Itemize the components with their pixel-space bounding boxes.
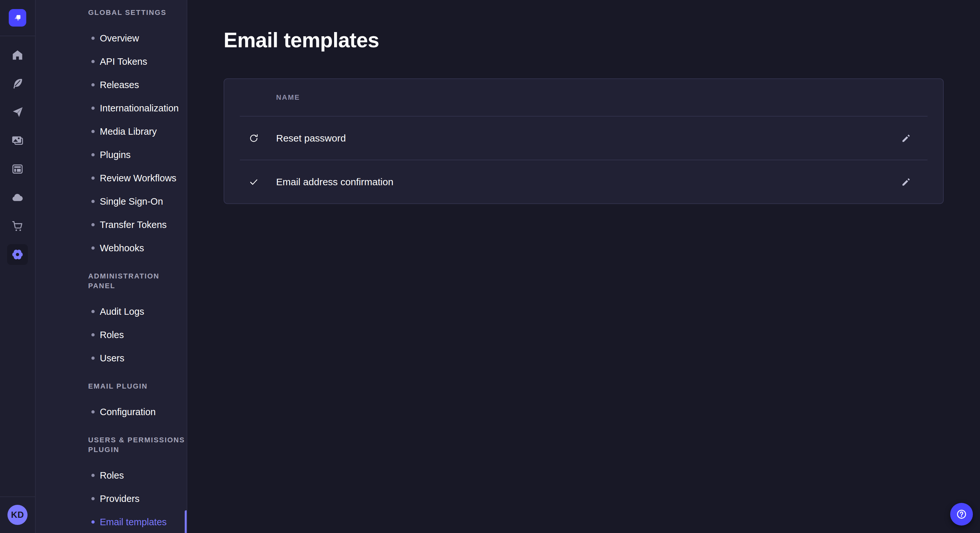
sidebar-item-label: Audit Logs bbox=[100, 306, 144, 317]
sidebar-item-label: Users bbox=[100, 353, 124, 364]
bullet-icon bbox=[91, 310, 95, 313]
sidebar-item-label: Webhooks bbox=[100, 243, 144, 254]
bullet-icon bbox=[91, 153, 95, 156]
sidebar-item-label: Plugins bbox=[100, 150, 130, 160]
feather-icon[interactable] bbox=[7, 73, 28, 94]
bullet-icon bbox=[91, 106, 95, 110]
sidebar-item-label: API Tokens bbox=[100, 56, 147, 67]
bullet-icon bbox=[91, 36, 95, 40]
bullet-icon bbox=[91, 200, 95, 203]
sidebar-item-label: Roles bbox=[100, 330, 124, 340]
sidebar-section-email-plugin: EMAIL PLUGIN Configuration bbox=[36, 381, 187, 424]
email-templates-table: NAME Reset password bbox=[224, 78, 944, 204]
sidebar-item-audit-logs[interactable]: Audit Logs bbox=[36, 300, 187, 323]
layout-icon[interactable] bbox=[7, 159, 28, 179]
bullet-icon bbox=[91, 333, 95, 336]
table-row-email-address-confirmation[interactable]: Email address confirmation bbox=[224, 160, 943, 203]
sidebar-item-transfer-tokens[interactable]: Transfer Tokens bbox=[36, 213, 187, 236]
sidebar-item-single-sign-on[interactable]: Single Sign-On bbox=[36, 190, 187, 213]
table-row-reset-password[interactable]: Reset password bbox=[224, 117, 943, 160]
section-label: GLOBAL SETTINGS bbox=[36, 8, 187, 17]
bullet-icon bbox=[91, 130, 95, 133]
home-icon[interactable] bbox=[7, 45, 28, 65]
strapi-logo-icon[interactable] bbox=[9, 9, 26, 27]
sidebar-item-label: Configuration bbox=[100, 407, 156, 417]
sidebar-item-label: Roles bbox=[100, 470, 124, 481]
sidebar-item-users[interactable]: Users bbox=[36, 346, 187, 370]
question-mark-icon bbox=[956, 508, 967, 520]
logo-container bbox=[0, 0, 35, 36]
refresh-icon bbox=[249, 133, 259, 143]
column-header-name: NAME bbox=[276, 93, 300, 102]
strapi-logo-glyph bbox=[12, 12, 23, 23]
sidebar-item-api-tokens[interactable]: API Tokens bbox=[36, 50, 187, 73]
sidebar-item-internationalization[interactable]: Internationalization bbox=[36, 97, 187, 120]
section-label: EMAIL PLUGIN bbox=[36, 381, 187, 391]
sidebar-item-label: Transfer Tokens bbox=[100, 219, 167, 230]
template-name: Email address confirmation bbox=[276, 176, 393, 187]
rail-divider-bottom bbox=[0, 497, 35, 497]
section-label: USERS & PERMISSIONS PLUGIN bbox=[36, 435, 187, 455]
pencil-icon[interactable] bbox=[896, 171, 916, 192]
gear-icon[interactable] bbox=[7, 244, 28, 265]
bullet-icon bbox=[91, 520, 95, 523]
sidebar-item-label: Review Workflows bbox=[100, 173, 176, 184]
sidebar-item-overview[interactable]: Overview bbox=[36, 27, 187, 50]
active-item-indicator bbox=[185, 510, 187, 533]
avatar[interactable]: KD bbox=[8, 505, 27, 525]
settings-sidebar: GLOBAL SETTINGS Overview API Tokens Rele… bbox=[36, 0, 187, 533]
cloud-icon[interactable] bbox=[7, 187, 28, 208]
sidebar-item-media-library[interactable]: Media Library bbox=[36, 120, 187, 143]
sidebar-section-users-permissions-plugin: USERS & PERMISSIONS PLUGIN Roles Provide… bbox=[36, 435, 187, 533]
sidebar-item-label: Internationalization bbox=[100, 103, 178, 114]
bullet-icon bbox=[91, 410, 95, 414]
bullet-icon bbox=[91, 474, 95, 477]
sidebar-item-label: Providers bbox=[100, 493, 140, 504]
sidebar-item-label: Overview bbox=[100, 33, 139, 44]
page-title: Email templates bbox=[224, 29, 944, 52]
sidebar-item-label: Media Library bbox=[100, 126, 157, 137]
sidebar-item-releases[interactable]: Releases bbox=[36, 73, 187, 97]
paper-plane-icon[interactable] bbox=[7, 102, 28, 122]
pencil-icon[interactable] bbox=[896, 128, 916, 149]
section-label: ADMINISTRATION PANEL bbox=[36, 271, 187, 291]
sidebar-item-label: Email templates bbox=[100, 517, 167, 528]
help-button[interactable] bbox=[950, 503, 973, 525]
bullet-icon bbox=[91, 357, 95, 360]
bullet-icon bbox=[91, 83, 95, 86]
sidebar-item-email-templates[interactable]: Email templates bbox=[36, 510, 187, 533]
sidebar-item-providers[interactable]: Providers bbox=[36, 487, 187, 510]
media-library-icon[interactable] bbox=[7, 130, 28, 151]
table-header-row: NAME bbox=[224, 79, 943, 116]
rail-nav-items bbox=[7, 45, 28, 265]
sidebar-item-admin-roles[interactable]: Roles bbox=[36, 323, 187, 346]
sidebar-item-up-roles[interactable]: Roles bbox=[36, 464, 187, 487]
sidebar-item-label: Releases bbox=[100, 80, 139, 90]
sidebar-item-plugins[interactable]: Plugins bbox=[36, 143, 187, 167]
bullet-icon bbox=[91, 497, 95, 500]
template-name: Reset password bbox=[276, 133, 346, 144]
sidebar-section-administration-panel: ADMINISTRATION PANEL Audit Logs Roles Us… bbox=[36, 271, 187, 370]
bullet-icon bbox=[91, 176, 95, 180]
sidebar-item-webhooks[interactable]: Webhooks bbox=[36, 236, 187, 260]
main-content: Email templates NAME Reset password bbox=[187, 0, 980, 533]
check-icon bbox=[249, 177, 259, 187]
bullet-icon bbox=[91, 223, 95, 226]
rail-divider-top bbox=[0, 36, 35, 36]
cart-icon[interactable] bbox=[7, 216, 28, 236]
sidebar-item-configuration[interactable]: Configuration bbox=[36, 400, 187, 424]
sidebar-item-review-workflows[interactable]: Review Workflows bbox=[36, 167, 187, 190]
main-nav-rail: KD bbox=[0, 0, 36, 533]
sidebar-item-label: Single Sign-On bbox=[100, 196, 163, 207]
bullet-icon bbox=[91, 60, 95, 63]
bullet-icon bbox=[91, 246, 95, 250]
sidebar-section-global-settings: GLOBAL SETTINGS Overview API Tokens Rele… bbox=[36, 8, 187, 260]
